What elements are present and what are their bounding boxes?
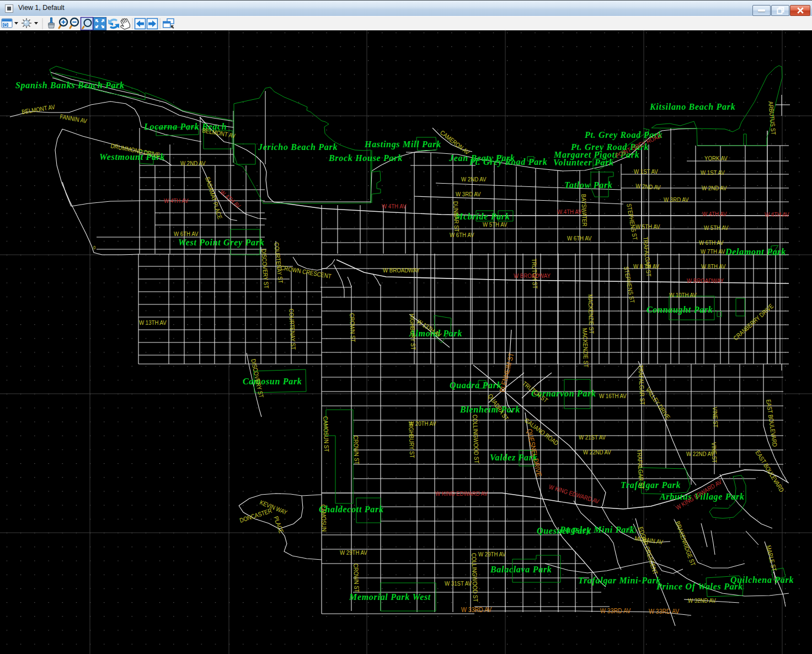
svg-text:Tatlow Park: Tatlow Park	[564, 180, 613, 190]
svg-text:W 13TH AV: W 13TH AV	[139, 319, 167, 326]
svg-text:Quilchena Park: Quilchena Park	[730, 575, 794, 585]
svg-text:W 32ND AV: W 32ND AV	[688, 597, 717, 604]
svg-text:W 31ST AV: W 31ST AV	[445, 580, 472, 587]
svg-text:W KING EDWARD AV: W KING EDWARD AV	[435, 490, 488, 497]
svg-text:W 5TH AV: W 5TH AV	[635, 223, 660, 230]
svg-text:Hastings Mill Park: Hastings Mill Park	[364, 140, 441, 149]
svg-text:Mcbride Park: Mcbride Park	[455, 212, 510, 221]
svg-text:YORK AV: YORK AV	[704, 154, 728, 162]
svg-text:W 5TH AV: W 5TH AV	[483, 221, 507, 228]
svg-text:W BROADWAY: W BROADWAY	[514, 272, 551, 279]
svg-text:W 16TH AV: W 16TH AV	[599, 392, 627, 399]
svg-text:VINE ST: VINE ST	[710, 442, 718, 463]
svg-text:Blenheim Park: Blenheim Park	[460, 405, 520, 414]
svg-text:W 5TH AV: W 5TH AV	[704, 224, 729, 231]
svg-text:W 2ND AV: W 2ND AV	[461, 175, 487, 183]
svg-text:CAMOSUN: CAMOSUN	[320, 505, 328, 532]
svg-text:Brock House Park: Brock House Park	[328, 153, 403, 163]
svg-text:W 33RD AV: W 33RD AV	[649, 608, 679, 615]
svg-text:W 1ST AV: W 1ST AV	[701, 169, 725, 176]
svg-text:Pugsley Mini Park: Pugsley Mini Park	[559, 525, 634, 535]
svg-text:Memorial Park West: Memorial Park West	[349, 592, 431, 602]
svg-text:W 4TH AV: W 4TH AV	[557, 208, 582, 215]
svg-text:HIGHBURY ST: HIGHBURY ST	[408, 422, 416, 458]
svg-text:W 21ST AV: W 21ST AV	[579, 433, 606, 441]
svg-text:Balaclava Park: Balaclava Park	[490, 565, 552, 574]
svg-text:W 8TH AV: W 8TH AV	[701, 262, 726, 270]
svg-text:Jericho Beach Park: Jericho Beach Park	[258, 142, 338, 152]
svg-text:Quadra Park: Quadra Park	[450, 380, 501, 390]
svg-text:VINE ST: VINE ST	[712, 407, 719, 428]
svg-text:W 22ND AV: W 22ND AV	[686, 450, 715, 457]
svg-text:W 1ST AV: W 1ST AV	[634, 168, 658, 175]
svg-text:Trafalgar Park: Trafalgar Park	[621, 480, 681, 490]
svg-text:W BROADWAY: W BROADWAY	[687, 277, 724, 284]
svg-text:MACKENZIE ST: MACKENZIE ST	[581, 328, 590, 368]
svg-text:HIGHBURY ST: HIGHBURY ST	[409, 314, 417, 350]
svg-text:Connaught Park: Connaught Park	[647, 305, 713, 315]
svg-text:DUNBAR ST: DUNBAR ST	[452, 201, 461, 233]
svg-text:W 33RD AV: W 33RD AV	[461, 606, 492, 613]
svg-text:W 10TH AV: W 10TH AV	[669, 291, 697, 298]
svg-text:Delamont Park: Delamont Park	[725, 247, 786, 256]
svg-text:West Point Grey Park: West Point Grey Park	[178, 238, 264, 248]
svg-text:W 4TH AV: W 4TH AV	[765, 211, 789, 218]
svg-text:Chaldecott Park: Chaldecott Park	[319, 505, 384, 514]
svg-text:CROWN ST: CROWN ST	[349, 313, 357, 342]
svg-text:W 4TH AV: W 4TH AV	[702, 210, 727, 217]
svg-text:W 2ND AV: W 2ND AV	[702, 184, 727, 191]
svg-text:W 33RD AV: W 33RD AV	[600, 607, 631, 614]
svg-text:Volunteer Park: Volunteer Park	[553, 158, 614, 167]
svg-text:W 22ND AV: W 22ND AV	[583, 448, 612, 455]
svg-text:CAMOSUN ST: CAMOSUN ST	[322, 416, 330, 452]
svg-text:W 6TH AV: W 6TH AV	[450, 231, 474, 238]
svg-text:W 29TH AV: W 29TH AV	[340, 549, 368, 556]
svg-text:Pt. Grey Road Park: Pt. Grey Road Park	[469, 157, 547, 167]
svg-text:0: 0	[93, 244, 96, 250]
svg-text:W 6TH AV: W 6TH AV	[174, 230, 199, 237]
svg-text:Kitsilano Beach Park: Kitsilano Beach Park	[649, 102, 735, 111]
svg-text:W 6TH AV: W 6TH AV	[699, 239, 724, 246]
svg-text:W 2ND AV: W 2ND AV	[180, 159, 206, 167]
svg-text:W BROADWAY: W BROADWAY	[383, 266, 420, 274]
svg-text:W 4TH AV: W 4TH AV	[164, 197, 189, 204]
svg-text:W 6TH AV: W 6TH AV	[567, 234, 592, 242]
svg-text:W 3RD AV: W 3RD AV	[456, 190, 481, 197]
svg-text:W 20TH AV: W 20TH AV	[409, 420, 437, 427]
svg-text:W 4TH AV: W 4TH AV	[382, 202, 407, 210]
svg-text:W 29TH AV: W 29TH AV	[478, 550, 506, 557]
svg-text:Spanish Banks Beach Park: Spanish Banks Beach Park	[15, 81, 125, 90]
svg-text:CROWN ST: CROWN ST	[352, 564, 361, 593]
svg-text:W 3RD AV: W 3RD AV	[664, 196, 689, 203]
svg-text:W 7TH AV: W 7TH AV	[701, 248, 725, 255]
svg-text:Trafalgar Mini-Park: Trafalgar Mini-Park	[578, 576, 661, 586]
svg-text:CROWN ST: CROWN ST	[352, 436, 361, 465]
svg-text:Camosun Park: Camosun Park	[243, 377, 302, 386]
